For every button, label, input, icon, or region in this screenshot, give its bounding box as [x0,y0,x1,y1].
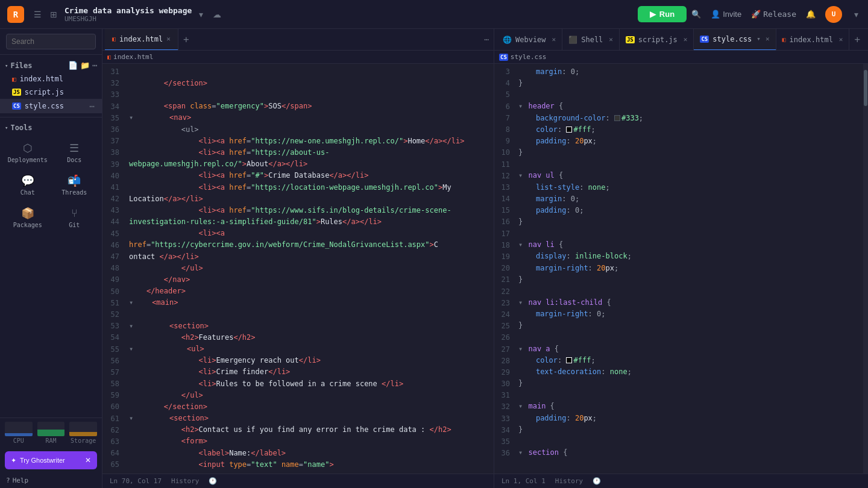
help-button[interactable]: ? Help [0,473,102,488]
tab-scriptjs[interactable]: JS script.js ✕ [620,29,694,51]
html-breadcrumb-icon: ◧ [107,54,111,60]
code-line [124,89,494,101]
cloud-icon[interactable]: ☁ [210,8,224,20]
tab-close-scriptjs[interactable]: ✕ [684,36,688,43]
tab-close-icon[interactable]: ✕ [166,35,171,43]
notification-button[interactable]: 🔔 [806,10,816,19]
file-item-js[interactable]: JS script.js [0,86,102,99]
storage-item[interactable]: Storage [69,422,97,444]
file-item-html[interactable]: ◧ index.html [0,72,102,86]
new-file-icon[interactable]: 📄 [68,61,78,70]
tab-close-indexhtml[interactable]: ✕ [839,36,843,43]
right-code-line: } [514,216,863,228]
right-code-editor[interactable]: margin: 0; } ▾ header { background-color… [514,64,863,474]
grid-icon[interactable]: ⊞ [48,8,60,20]
left-editor: ◧ index.html ✕ + ⋯ ◧ index.html 31323334… [102,29,494,488]
right-code-line: list-style: none; [514,182,863,193]
ram-graph [37,422,65,436]
right-line-numbers: 34567 89101112 1314151617 1819202122 232… [494,64,514,474]
invite-button[interactable]: 👤 Invite [711,10,741,19]
right-code-line: margin-right: 20px; [514,263,863,274]
dropdown-icon[interactable]: ▾ [197,8,206,20]
right-code-line: margin: 0; [514,66,863,78]
run-button[interactable]: ▶ Run [638,6,687,22]
topbar-project: Crime data analysis webpage UMESHGJH [64,6,192,23]
tab-close-stylecss[interactable]: ✕ [766,35,770,43]
tool-git[interactable]: ⑂ Git [52,202,98,233]
tab-index-html[interactable]: ◧ index.html ✕ [105,29,178,51]
code-editor[interactable]: </section> <span class="emergency">SOS</… [124,64,494,474]
code-line: ▾ <ul> [124,343,494,355]
code-line: <li>Crime finder</li> [124,366,494,378]
code-line: investigation-rules:-a-simplified-guide/… [124,216,494,228]
scrollbar-thumb [864,70,867,106]
file-options-icon[interactable]: ⋯ [90,101,95,111]
avatar-dropdown[interactable]: ▾ [852,8,861,20]
file-item-css[interactable]: CS style.css ⋯ [0,99,102,113]
history-label[interactable]: History [171,477,199,485]
left-sidebar: ▾ Files 📄 📁 ⋯ ◧ index.html JS script.js … [0,29,102,488]
project-name: Crime data analysis webpage [64,6,192,15]
ram-item[interactable]: RAM [37,422,65,444]
shell-icon: ⬛ [568,36,577,44]
tool-docs[interactable]: ☰ Docs [52,137,98,168]
more-icon[interactable]: ⋯ [92,61,97,70]
right-history-icon[interactable]: 🕐 [593,477,601,485]
right-scrollbar[interactable] [863,64,868,474]
topbar-right: 🔍 👤 Invite 🚀 Release 🔔 U ▾ [691,6,861,23]
tab-dropdown-stylecss[interactable]: ▾ [756,35,761,43]
history-icon[interactable]: 🕐 [209,477,217,485]
right-code-line: padding: 20px; [514,413,863,424]
hamburger-icon[interactable]: ☰ [31,8,44,20]
right-code-line: color: #fff; [514,355,863,366]
code-line: Location</a></li> [124,193,494,205]
tab-webview[interactable]: 🌐 Webview ✕ [497,29,562,51]
tab-shell[interactable]: ⬛ Shell ✕ [562,29,620,51]
code-line: ▾ <section> [124,413,494,424]
ghostwriter-close-icon[interactable]: ✕ [85,456,91,465]
right-tab-add[interactable]: + [849,34,865,45]
tab-stylecss[interactable]: CS style.css ▾ ✕ [694,29,776,51]
cpu-item[interactable]: CPU [5,422,33,444]
threads-icon: 📬 [68,174,81,187]
tools-header[interactable]: ▾ Tools [0,121,102,134]
tab-indexhtml[interactable]: ◧ index.html ✕ [776,29,850,51]
search-input[interactable] [6,34,96,49]
tool-deployments[interactable]: ⬡ Deployments [5,137,51,168]
tab-add-button[interactable]: + [178,29,194,51]
search-bar [0,29,102,55]
tool-packages[interactable]: 📦 Packages [5,202,51,233]
tool-threads[interactable]: 📬 Threads [52,169,98,201]
code-line: <label>Name:</label> [124,448,494,459]
topbar-icons: ☰ ⊞ [31,8,60,20]
right-history-label[interactable]: History [555,477,583,485]
ghostwriter-button[interactable]: ✦ Try Ghostwriter ✕ [5,451,97,469]
right-tab-menu[interactable]: ⋯ [865,35,868,44]
webview-icon: 🌐 [503,36,512,44]
code-line: </header> [124,286,494,297]
right-tabs: 🌐 Webview ✕ ⬛ Shell ✕ JS script.js ✕ CS … [494,29,868,51]
html-file-icon: ◧ [12,75,16,83]
code-line: ▾ <nav> [124,112,494,124]
right-code-line: } [514,320,863,331]
deployments-icon: ⬡ [23,142,33,154]
cpu-bar-fill [5,433,33,436]
search-button[interactable]: 🔍 [691,10,701,19]
tab-close-shell[interactable]: ✕ [609,36,613,43]
tab-close-webview[interactable]: ✕ [552,36,556,43]
right-code-line: ▾ nav ul { [514,170,863,181]
right-code-line: padding: 20px; [514,136,863,147]
right-code-line: display: inline-block; [514,251,863,262]
right-code-line: ▾ header { [514,101,863,112]
tool-chat[interactable]: 💬 Chat [5,169,51,201]
editor-menu-icon[interactable]: ⋯ [479,35,494,44]
new-folder-icon[interactable]: 📁 [80,61,90,70]
avatar[interactable]: U [825,6,842,23]
right-cursor-position: Ln 1, Col 1 [502,477,546,485]
files-header[interactable]: ▾ Files 📄 📁 ⋯ [0,58,102,72]
right-code-line: background-color: #333; [514,113,863,124]
right-code-line: ▾ nav li:last-child { [514,297,863,308]
cursor-position: Ln 70, Col 17 [110,477,162,485]
release-button[interactable]: 🚀 Release [751,10,796,19]
code-line: <li><a href="https://location-webpage.um… [124,182,494,193]
